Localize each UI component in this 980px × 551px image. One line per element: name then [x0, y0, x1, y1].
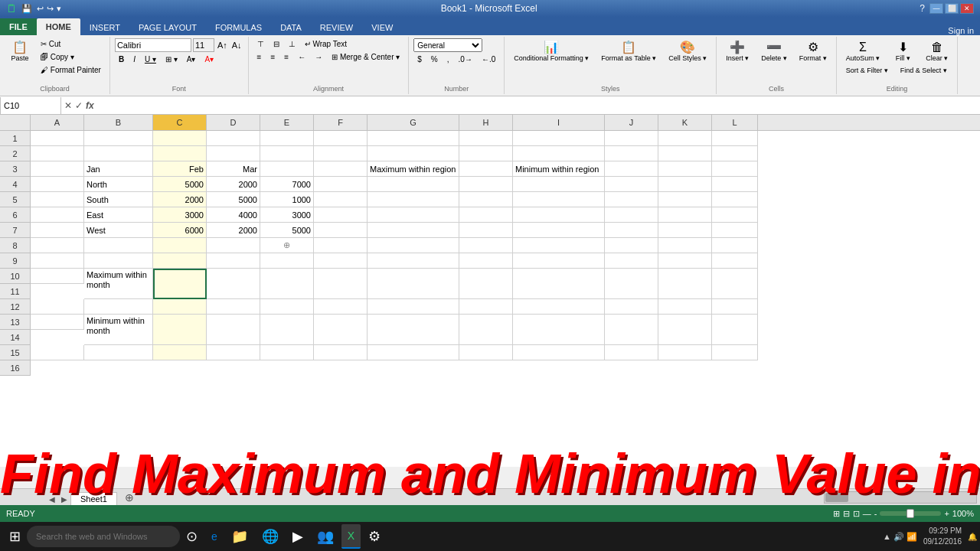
cell-e2[interactable] — [260, 146, 314, 161]
cell-l13[interactable] — [712, 345, 758, 360]
cell-d9[interactable] — [207, 253, 260, 269]
cell-b4[interactable]: North — [84, 177, 153, 192]
notifications-button[interactable]: 🔔 — [968, 533, 977, 541]
cell-i4[interactable] — [513, 177, 605, 192]
cell-g4[interactable] — [368, 177, 459, 192]
cell-k11[interactable] — [658, 299, 712, 315]
cell-h9[interactable] — [459, 253, 513, 269]
zoom-out-button[interactable]: - — [874, 509, 877, 518]
name-box[interactable]: C10 — [0, 97, 61, 114]
tab-formulas[interactable]: FORMULAS — [206, 20, 271, 35]
cell-f5[interactable] — [314, 192, 368, 207]
cell-e12[interactable] — [260, 315, 314, 345]
cell-g8[interactable] — [368, 238, 459, 253]
cell-e6[interactable]: 3000 — [260, 207, 314, 223]
row-header-9[interactable]: 9 — [0, 253, 30, 269]
cell-l2[interactable] — [712, 146, 758, 161]
cell-a10[interactable] — [31, 269, 84, 284]
cell-k6[interactable] — [658, 207, 712, 223]
cell-c10[interactable] — [153, 269, 207, 299]
tab-file[interactable]: FILE — [0, 18, 37, 35]
cell-h13[interactable] — [459, 345, 513, 360]
tab-insert[interactable]: INSERT — [80, 20, 129, 35]
insert-button[interactable]: ➕ Insert ▾ — [721, 38, 753, 64]
cell-j12[interactable] — [605, 315, 658, 345]
cell-b5[interactable]: South — [84, 192, 153, 207]
cell-h3[interactable] — [459, 161, 513, 177]
cell-b3[interactable]: Jan — [84, 161, 153, 177]
cell-d8[interactable] — [207, 238, 260, 253]
cell-j9[interactable] — [605, 253, 658, 269]
row-header-5[interactable]: 5 — [0, 192, 30, 207]
increase-font-button[interactable]: A↑ — [216, 41, 229, 50]
cell-b2[interactable] — [84, 146, 153, 161]
cell-l3[interactable] — [712, 161, 758, 177]
cell-j1[interactable] — [605, 131, 658, 146]
cell-i10[interactable] — [513, 269, 605, 299]
delete-button[interactable]: ➖ Delete ▾ — [756, 38, 792, 64]
cell-f13[interactable] — [314, 345, 368, 360]
sheet-view-break[interactable]: ⊡ — [853, 509, 860, 519]
col-header-b[interactable]: B — [84, 115, 153, 130]
paste-button[interactable]: 📋 Paste — [5, 38, 35, 64]
cell-f9[interactable] — [314, 253, 368, 269]
start-button[interactable]: ⊞ — [3, 524, 27, 549]
row-header-4[interactable]: 4 — [0, 177, 30, 192]
cell-i3[interactable]: Minimum within region — [513, 161, 605, 177]
cell-c1[interactable] — [153, 131, 207, 146]
cell-l6[interactable] — [712, 207, 758, 223]
edge-button[interactable]: e — [205, 524, 224, 549]
cell-i13[interactable] — [513, 345, 605, 360]
cell-b7[interactable]: West — [84, 223, 153, 238]
font-color-button[interactable]: A▾ — [201, 54, 217, 65]
increase-decimal-button[interactable]: .0→ — [455, 54, 476, 65]
row-header-16[interactable]: 16 — [0, 360, 30, 376]
cell-b6[interactable]: East — [84, 207, 153, 223]
quick-save[interactable]: 💾 — [20, 4, 34, 14]
conditional-formatting-button[interactable]: 📊 Conditional Formatting ▾ — [509, 38, 593, 64]
number-format-select[interactable]: General — [413, 38, 482, 52]
cell-h10[interactable] — [459, 269, 513, 299]
italic-button[interactable]: I — [129, 54, 139, 65]
restore-button[interactable]: ⬜ — [945, 3, 959, 14]
col-header-a[interactable]: A — [31, 115, 84, 130]
sheet-scroll-left[interactable]: ◀ — [46, 494, 58, 505]
cell-g3[interactable]: Maximum within region — [368, 161, 459, 177]
cell-d12[interactable] — [207, 315, 260, 345]
cell-h1[interactable] — [459, 131, 513, 146]
sheet-tab-1[interactable]: Sheet1 — [70, 492, 117, 505]
cell-c6[interactable]: 3000 — [153, 207, 207, 223]
cell-a9[interactable] — [31, 253, 84, 269]
cell-h6[interactable] — [459, 207, 513, 223]
cell-j8[interactable] — [605, 238, 658, 253]
font-family-input[interactable] — [115, 38, 191, 52]
cell-k3[interactable] — [658, 161, 712, 177]
cell-i11[interactable] — [513, 299, 605, 315]
cell-i2[interactable] — [513, 146, 605, 161]
align-center-button[interactable]: ≡ — [266, 51, 279, 63]
cell-l7[interactable] — [712, 223, 758, 238]
cell-g2[interactable] — [368, 146, 459, 161]
cell-l8[interactable] — [712, 238, 758, 253]
cell-f10[interactable] — [314, 269, 368, 299]
copy-button[interactable]: 🗐 Copy ▾ — [37, 51, 105, 63]
cell-i8[interactable] — [513, 238, 605, 253]
cell-f1[interactable] — [314, 131, 368, 146]
cell-j6[interactable] — [605, 207, 658, 223]
cell-h12[interactable] — [459, 315, 513, 345]
cell-h4[interactable] — [459, 177, 513, 192]
cell-g13[interactable] — [368, 345, 459, 360]
cell-c13[interactable] — [153, 345, 207, 360]
row-header-6[interactable]: 6 — [0, 207, 30, 223]
format-painter-button[interactable]: 🖌 Format Painter — [37, 64, 105, 76]
decrease-font-button[interactable]: A↓ — [230, 41, 243, 50]
quick-undo[interactable]: ↩ — [37, 4, 44, 14]
cell-f2[interactable] — [314, 146, 368, 161]
tab-data[interactable]: DATA — [271, 20, 311, 35]
font-size-input[interactable]: 11 — [193, 38, 214, 52]
cell-c9[interactable] — [153, 253, 207, 269]
format-button[interactable]: ⚙ Format ▾ — [795, 38, 831, 64]
cell-g9[interactable] — [368, 253, 459, 269]
cell-c4[interactable]: 5000 — [153, 177, 207, 192]
sheet-scroll-right[interactable]: ▶ — [58, 494, 70, 505]
